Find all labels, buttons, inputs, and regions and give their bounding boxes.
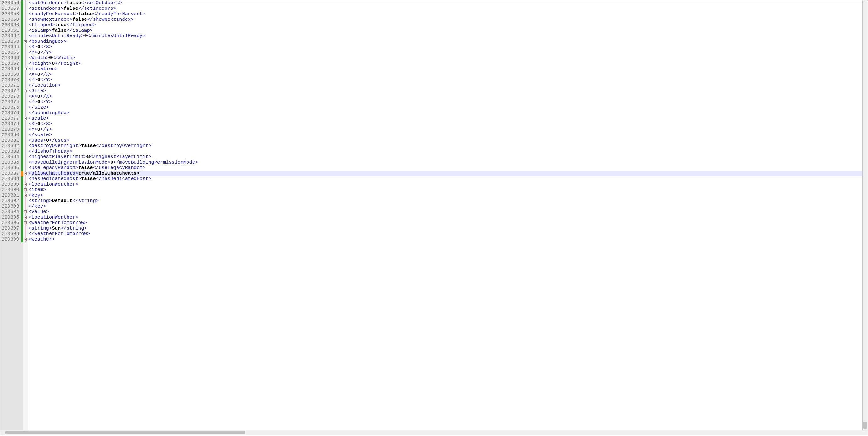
horizontal-scrollbar-thumb[interactable]: [5, 431, 245, 434]
code-line[interactable]: <Height>0</Height>: [28, 61, 868, 67]
code-line[interactable]: <Y>0</Y>: [28, 77, 868, 83]
line-number: 220390: [2, 187, 19, 193]
change-marker: [21, 204, 23, 210]
fold-cell: [23, 193, 28, 198]
code-line[interactable]: <key>: [28, 193, 868, 198]
fold-toggle-icon[interactable]: [24, 40, 27, 43]
change-marker: [21, 143, 23, 149]
code-line[interactable]: <locationWeather>: [28, 182, 868, 188]
code-line[interactable]: <destroyOvernight>false</destroyOvernigh…: [28, 143, 868, 149]
change-marker: [21, 66, 23, 72]
code-line[interactable]: <value>: [28, 209, 868, 215]
code-line[interactable]: <setIndoors>false</setIndoors>: [28, 6, 868, 11]
line-number: 220394: [2, 209, 19, 215]
change-marker: [21, 160, 23, 165]
change-marker: [21, 209, 23, 215]
fold-cell: [23, 72, 28, 77]
code-line[interactable]: <X>0</X>: [28, 72, 868, 77]
change-marker: [21, 116, 23, 122]
change-marker: [21, 50, 23, 56]
code-line[interactable]: </Size>: [28, 105, 868, 111]
code-line[interactable]: <showNextIndex>false</showNextIndex>: [28, 17, 868, 23]
change-marker: [21, 94, 23, 100]
code-line[interactable]: <hasDedicatedHost>false</hasDedicatedHos…: [28, 176, 868, 182]
fold-toggle-icon[interactable]: [24, 216, 27, 219]
code-line[interactable]: <Width>0</Width>: [28, 55, 868, 61]
code-line[interactable]: <readyForHarvest>false</readyForHarvest>: [28, 11, 868, 17]
fold-cell: [23, 138, 28, 144]
line-number: 220376: [2, 110, 19, 116]
horizontal-scrollbar[interactable]: [0, 430, 868, 435]
code-line[interactable]: <X>0</X>: [28, 121, 868, 127]
fold-cell: [23, 149, 28, 155]
code-line[interactable]: </boundingBox>: [28, 110, 868, 116]
code-line[interactable]: <flipped>true</flipped>: [28, 22, 868, 28]
fold-toggle-icon[interactable]: [24, 117, 27, 120]
code-line[interactable]: </weatherForTomorrow>: [28, 231, 868, 237]
vertical-scrollbar-thumb[interactable]: [863, 422, 867, 429]
code-line[interactable]: <X>0</X>: [28, 44, 868, 50]
change-marker: [21, 83, 23, 89]
change-marker: [21, 44, 23, 50]
fold-toggle-icon[interactable]: [24, 67, 27, 70]
code-line[interactable]: </scale>: [28, 132, 868, 138]
code-line[interactable]: <Location>: [28, 66, 868, 72]
code-line[interactable]: <boundingBox>: [28, 39, 868, 44]
code-line[interactable]: <useLegacyRandom>false</useLegacyRandom>: [28, 165, 868, 171]
fold-toggle-icon[interactable]: [24, 188, 27, 191]
line-number: 220386: [2, 165, 19, 171]
change-marker: [21, 0, 23, 6]
code-line[interactable]: <minutesUntilReady>0</minutesUntilReady>: [28, 33, 868, 39]
line-number: 220375: [2, 105, 19, 111]
vertical-scrollbar[interactable]: [862, 0, 868, 430]
line-number: 220392: [2, 198, 19, 204]
code-line[interactable]: <isLamp>false</isLamp>: [28, 28, 868, 34]
fold-toggle-icon[interactable]: [24, 90, 27, 92]
code-line[interactable]: </Location>: [28, 83, 868, 89]
code-line[interactable]: <string>Sun</string>: [28, 226, 868, 231]
code-line[interactable]: <highestPlayerLimit>8</highestPlayerLimi…: [28, 154, 868, 160]
line-number: 220358: [2, 11, 19, 17]
fold-toggle-icon[interactable]: [24, 238, 27, 241]
line-number: 220393: [2, 204, 19, 210]
line-number: 220385: [2, 160, 19, 165]
change-marker: [21, 215, 23, 220]
code-editor[interactable]: 2203562203572203582203592203602203612203…: [0, 0, 868, 435]
fold-cell: [23, 61, 28, 67]
code-line[interactable]: <string>Default</string>: [28, 198, 868, 204]
code-line[interactable]: <X>0</X>: [28, 94, 868, 100]
code-line[interactable]: <weather>: [28, 237, 868, 243]
fold-column[interactable]: [23, 0, 28, 435]
fold-toggle-icon[interactable]: [24, 183, 27, 186]
fold-toggle-icon[interactable]: [24, 221, 27, 224]
code-line[interactable]: <Y>0</Y>: [28, 50, 868, 56]
code-line[interactable]: <uses>0</uses>: [28, 138, 868, 144]
gutter: 2203562203572203582203592203602203612203…: [0, 0, 23, 435]
code-line[interactable]: <LocationWeather>: [28, 215, 868, 220]
code-line[interactable]: <Y>0</Y>: [28, 99, 868, 105]
change-marker: [21, 165, 23, 171]
code-line[interactable]: </key>: [28, 204, 868, 210]
fold-toggle-icon[interactable]: [24, 172, 27, 175]
code-line[interactable]: <Size>: [28, 88, 868, 94]
fold-toggle-icon[interactable]: [24, 211, 27, 213]
code-line[interactable]: <allowChatCheats>true/allowChatCheats>: [28, 171, 868, 177]
code-line[interactable]: <Y>0</Y>: [28, 127, 868, 132]
fold-cell: [23, 50, 28, 56]
fold-cell: [23, 220, 28, 226]
change-marker: [21, 171, 23, 177]
code-line[interactable]: <weatherForTomorrow>: [28, 220, 868, 226]
code-line[interactable]: <item>: [28, 187, 868, 193]
change-marker: [21, 77, 23, 83]
fold-cell: [23, 204, 28, 210]
line-number: 220368: [2, 66, 19, 72]
change-marker: [21, 11, 23, 17]
code-line[interactable]: <scale>: [28, 116, 868, 122]
code-line[interactable]: <setOutdoors>false</setOutdoors>: [28, 0, 868, 6]
fold-toggle-icon[interactable]: [24, 194, 27, 197]
code-area[interactable]: <setOutdoors>false</setOutdoors> <setInd…: [28, 0, 868, 435]
code-line[interactable]: <moveBuildingPermissionMode>0</moveBuild…: [28, 160, 868, 165]
code-line[interactable]: </dishOfTheDay>: [28, 149, 868, 155]
change-marker: [21, 6, 23, 11]
line-number: 220366: [2, 55, 19, 61]
